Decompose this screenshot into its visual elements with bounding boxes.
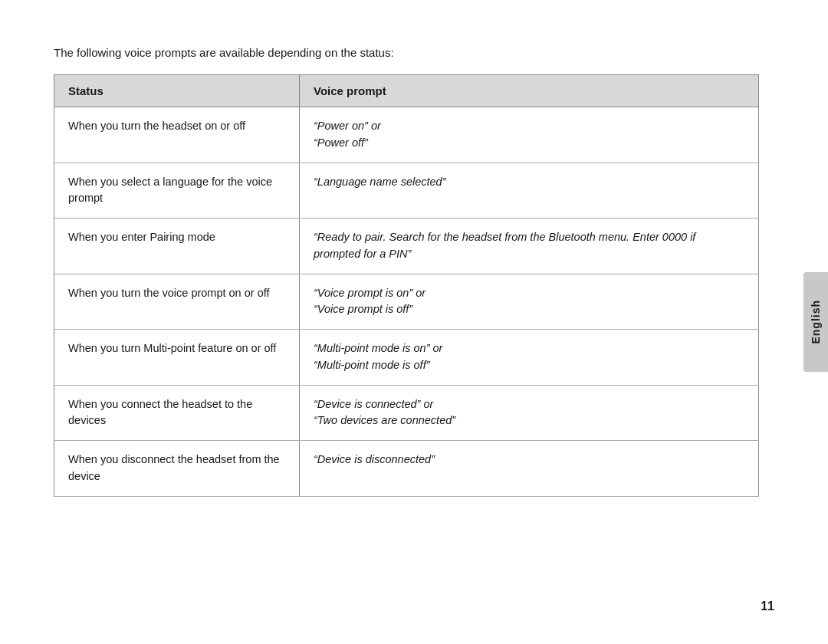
language-tab-label: English [810,300,822,344]
table-row: When you turn the headset on or off“Powe… [54,107,759,163]
status-cell: When you enter Pairing mode [54,219,300,274]
table-row: When you disconnect the headset from the… [54,441,759,497]
voice-prompt-cell: “Device is connected” or“Two devices are… [300,385,759,441]
page-number: 11 [761,600,774,613]
status-cell: When you select a language for the voice… [54,163,300,219]
status-cell: When you turn the voice prompt on or off [54,274,300,330]
page-container: The following voice prompts are availabl… [0,0,828,644]
voice-prompt-cell: “Ready to pair. Search for the headset f… [300,219,759,274]
table-header-row: Status Voice prompt [54,75,759,107]
status-column-header: Status [54,75,300,107]
language-tab: English [803,272,828,372]
voice-prompt-cell: “Device is disconnected” [300,441,759,497]
voice-prompt-cell: “Voice prompt is on” or“Voice prompt is … [300,274,759,330]
intro-text: The following voice prompts are availabl… [54,46,774,59]
status-cell: When you turn the headset on or off [54,107,300,163]
table-row: When you select a language for the voice… [54,163,759,219]
voice-prompt-cell: “Language name selected” [300,163,759,219]
table-row: When you turn the voice prompt on or off… [54,274,759,330]
voice-prompt-column-header: Voice prompt [300,75,759,107]
voice-prompt-cell: “Power on” or“Power off” [300,107,759,163]
status-cell: When you disconnect the headset from the… [54,441,300,497]
table-row: When you turn Multi-point feature on or … [54,330,759,386]
status-cell: When you connect the headset to the devi… [54,385,300,441]
table-row: When you enter Pairing mode“Ready to pai… [54,219,759,274]
voice-prompt-cell: “Multi-point mode is on” or“Multi-point … [300,330,759,386]
voice-prompts-table: Status Voice prompt When you turn the he… [54,74,759,497]
table-row: When you connect the headset to the devi… [54,385,759,441]
status-cell: When you turn Multi-point feature on or … [54,330,300,386]
